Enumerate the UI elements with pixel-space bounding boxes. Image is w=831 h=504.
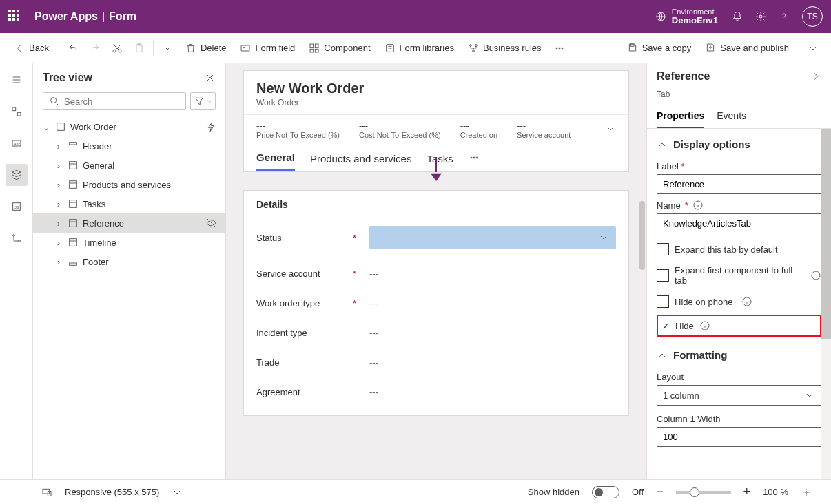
svg-rect-8 <box>316 44 319 48</box>
tree-node-timeline[interactable]: ›Timeline <box>33 233 225 252</box>
delete-button[interactable]: Delete <box>178 39 234 58</box>
form-libraries-button[interactable]: Form libraries <box>378 39 461 58</box>
svg-point-25 <box>12 235 14 237</box>
info-icon <box>810 270 821 281</box>
zoom-value: 100 % <box>763 487 788 497</box>
close-icon[interactable] <box>205 72 216 83</box>
tree-node-tasks[interactable]: ›Tasks <box>33 194 225 213</box>
tree-node-footer[interactable]: ›Footer <box>33 252 225 271</box>
help-icon[interactable] <box>779 11 790 22</box>
tab-events[interactable]: Events <box>717 105 746 128</box>
show-hidden-toggle[interactable] <box>592 486 619 498</box>
bell-icon[interactable] <box>732 11 743 22</box>
tree-title: Tree view <box>43 72 92 84</box>
back-button[interactable]: Back <box>7 39 56 58</box>
svg-rect-18 <box>630 44 634 46</box>
checkbox-hide-highlighted[interactable]: ✓Hide <box>657 315 821 337</box>
props-scrollbar[interactable] <box>821 129 831 479</box>
environment-picker[interactable]: EnvironmentDemoEnv1 <box>655 8 718 25</box>
svg-text:Abc: Abc <box>14 142 21 146</box>
chevron-down-icon[interactable] <box>156 37 178 59</box>
props-title: Reference <box>657 70 710 83</box>
checkbox-expand-default[interactable]: Expand this tab by default <box>657 243 821 255</box>
svg-point-26 <box>18 240 20 242</box>
rail-rules[interactable] <box>6 227 28 249</box>
rail-js[interactable]: JS <box>6 196 28 218</box>
fit-icon[interactable] <box>801 487 812 498</box>
name-input[interactable] <box>657 213 821 233</box>
tree-node-reference[interactable]: ›Reference <box>33 213 225 233</box>
svg-rect-10 <box>316 49 319 52</box>
svg-rect-6 <box>241 45 249 51</box>
component-button[interactable]: Component <box>302 39 377 58</box>
avatar[interactable]: TS <box>802 6 823 27</box>
globe-icon <box>655 11 666 22</box>
form-section-details: Details Status* Service account*--- Work… <box>243 190 629 416</box>
label-input[interactable] <box>657 174 821 194</box>
svg-rect-31 <box>70 181 77 189</box>
tree-node-products[interactable]: ›Products and services <box>33 175 225 194</box>
form-title: New Work Order <box>256 81 616 96</box>
chevron-down-icon[interactable] <box>605 123 616 134</box>
rail-hamburger[interactable] <box>6 69 28 91</box>
save-copy-button[interactable]: Save a copy <box>620 39 699 58</box>
svg-point-1 <box>759 15 762 18</box>
filter-button[interactable] <box>190 92 216 110</box>
lightning-icon <box>206 121 217 132</box>
canvas-scrollbar[interactable] <box>639 201 645 270</box>
rail-components[interactable] <box>6 101 28 123</box>
tab-properties[interactable]: Properties <box>657 105 704 128</box>
section-formatting[interactable]: Formatting <box>657 346 821 366</box>
chevron-right-icon[interactable] <box>810 71 821 82</box>
business-rules-button[interactable]: Business rules <box>461 39 548 58</box>
status-bar: Responsive (555 x 575) Show hidden Off −… <box>0 479 831 504</box>
section-display-options[interactable]: Display options <box>657 136 821 156</box>
zoom-out[interactable]: − <box>656 485 664 499</box>
svg-rect-29 <box>70 143 77 145</box>
col1-width-input[interactable] <box>657 427 821 447</box>
hidden-icon <box>206 218 217 229</box>
chevron-down-icon[interactable] <box>172 487 183 498</box>
info-icon[interactable] <box>692 200 704 211</box>
search-input[interactable] <box>43 92 186 110</box>
svg-point-15 <box>556 48 557 49</box>
svg-point-13 <box>475 44 478 46</box>
gear-icon[interactable] <box>755 11 766 22</box>
layout-select[interactable]: 1 column <box>657 385 821 406</box>
svg-point-40 <box>812 271 820 280</box>
zoom-slider[interactable] <box>676 491 731 494</box>
rail-abc[interactable]: Abc <box>6 132 28 154</box>
undo-button[interactable] <box>62 37 84 59</box>
status-select[interactable] <box>369 226 616 249</box>
save-publish-button[interactable]: Save and publish <box>698 39 796 58</box>
redo-button[interactable] <box>84 37 106 59</box>
waffle-icon[interactable] <box>8 10 22 23</box>
zoom-in[interactable]: + <box>743 485 751 499</box>
svg-rect-34 <box>70 239 77 246</box>
svg-point-12 <box>470 44 472 46</box>
svg-rect-33 <box>70 220 77 227</box>
chevron-down-icon[interactable] <box>802 37 824 59</box>
command-bar: Back Delete Form field Component Form li… <box>0 33 831 63</box>
info-icon <box>741 296 752 307</box>
tree-root[interactable]: ⌄Work Order <box>33 117 225 136</box>
checkbox-expand-full[interactable]: Expand first component to full tab <box>657 265 821 286</box>
form-field-button[interactable]: Form field <box>233 39 302 58</box>
responsive-label[interactable]: Responsive (555 x 575) <box>65 487 159 497</box>
svg-point-17 <box>562 48 563 49</box>
tree-node-header[interactable]: ›Header <box>33 136 225 156</box>
left-rail: Abc JS <box>0 63 33 479</box>
section-title: Details <box>256 199 616 216</box>
properties-panel: Reference Tab Properties Events Display … <box>646 63 831 479</box>
overflow-icon[interactable] <box>548 37 571 59</box>
svg-point-45 <box>806 491 808 493</box>
responsive-icon <box>41 487 52 498</box>
tree-panel: Tree view ⌄Work Order ›Header ›General ›… <box>33 63 226 479</box>
tree-node-general[interactable]: ›General <box>33 156 225 175</box>
cut-button[interactable] <box>106 37 128 59</box>
checkbox-hide-phone[interactable]: Hide on phone <box>657 295 821 308</box>
paste-button[interactable] <box>128 37 150 59</box>
svg-point-16 <box>559 48 560 49</box>
rail-tree[interactable] <box>6 164 28 186</box>
props-type: Tab <box>647 90 831 105</box>
